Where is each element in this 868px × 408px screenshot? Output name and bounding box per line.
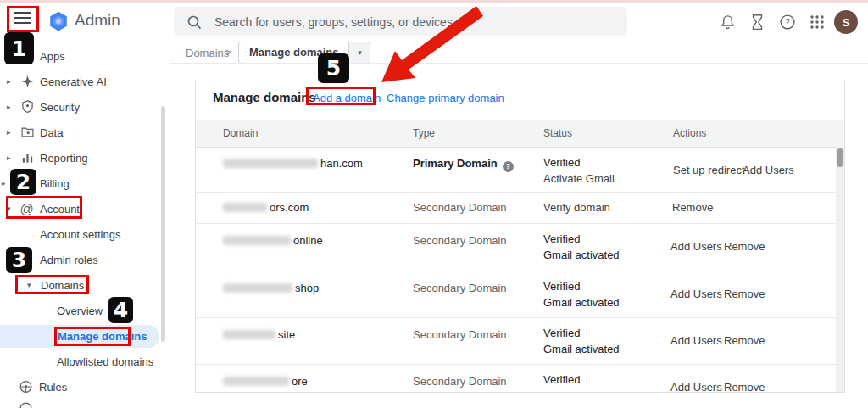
sidebar-item-rules[interactable]: Rules [0,374,170,400]
domain-cell: ors.com [223,201,309,214]
add-users-link[interactable]: Add Users [670,240,722,253]
caret-right-icon: ▸ [7,103,11,111]
add-users-link[interactable]: Add Users [670,288,722,300]
domain-cell: han.com [223,157,363,170]
sidebar-item-overview[interactable]: Overview [0,298,170,323]
table-row: ors.com Secondary Domain Verify domain R… [196,192,844,224]
search-bar[interactable] [174,7,627,36]
table-row: site Secondary Domain Verified Gmail act… [196,317,844,365]
table-row: ore Secondary Domain Verified Gmail acti… [196,364,844,393]
help-icon[interactable]: ? [503,161,514,172]
remove-link[interactable]: Remove [672,201,713,214]
sidebar-item-domains[interactable]: ▾ Domains [0,272,170,298]
change-primary-domain-link[interactable]: Change primary domain [387,92,504,104]
caret-right-icon: ▸ [7,128,11,137]
breadcrumb-current-chip[interactable]: Manage domains ▾ [238,42,370,64]
status-text-2: Gmail activated [543,389,620,393]
sidebar-item-reporting[interactable]: ▸ Reporting [0,145,170,170]
table-row: han.com Primary Domain? Verified Activat… [196,147,844,193]
status-text: Verified [543,373,580,386]
activate-gmail-link[interactable]: Activate Gmail [543,172,615,185]
caret-right-icon: ▸ [2,179,6,187]
table-row: online Secondary Domain Verified Gmail a… [196,223,844,271]
column-header-domain: Domain [223,127,258,139]
add-a-domain-link[interactable]: Add a domain [313,92,381,104]
redacted-domain [223,377,289,386]
domain-cell: site [223,328,295,341]
type-cell: Secondary Domain [413,375,507,388]
status-text: Verified [543,327,580,339]
sidebar-item-allowlisted-domains[interactable]: Allowlisted domains [0,349,170,374]
sparkle-icon [20,75,35,89]
type-cell: Secondary Domain [413,234,507,247]
wheel-icon [19,380,33,394]
chevron-down-icon[interactable]: ▾ [348,42,370,63]
sidebar-item-data[interactable]: ▸ Data [0,120,170,145]
caret-right-icon: ▸ [7,154,11,162]
help-icon[interactable]: ? [779,14,796,31]
remove-link[interactable]: Remove [724,288,765,300]
annotation-step-badge: 3 [6,247,32,273]
admin-console-screenshot: Admin ? S Apps ▸ Generative AI [0,0,868,408]
shield-icon [20,100,35,115]
column-header-type: Type [413,127,435,139]
search-input[interactable] [213,14,606,30]
set-up-redirect-link[interactable]: Set up redirect [673,164,745,176]
status-text: Verified [543,280,580,293]
status-text-2: Gmail activated [543,249,620,261]
sidebar-item-account[interactable]: ▾ @ Account [0,196,170,221]
type-cell: Secondary Domain [413,282,507,294]
status-text-2: Gmail activated [543,343,620,355]
redacted-domain [223,283,292,293]
annotation-step-badge: 1 [4,32,34,64]
domain-cell: shop [223,282,319,294]
redacted-domain [223,203,267,212]
bar-chart-icon [20,151,35,165]
table-scrollbar-thumb[interactable] [837,148,843,167]
sidebar-item-generative-ai[interactable]: ▸ Generative AI [0,69,170,94]
sidebar-item-security[interactable]: ▸ Security [0,94,170,120]
search-icon [186,14,203,31]
breadcrumb-divider [170,63,868,64]
status-text-2: Gmail activated [543,296,620,309]
type-cell: Primary Domain? [413,157,514,172]
add-users-link[interactable]: Add Users [670,381,722,393]
breadcrumb-separator: > [225,47,231,59]
type-cell: Secondary Domain [413,328,507,341]
table-header: Domain Type Status Actions [196,120,844,148]
verify-domain-link[interactable]: Verify domain [543,201,610,214]
google-admin-logo-icon [47,10,70,32]
sidebar-item-account-settings[interactable]: Account settings [0,221,170,247]
hamburger-menu-icon[interactable] [14,12,31,25]
status-text: Verified [543,232,580,245]
remove-link[interactable]: Remove [724,334,765,347]
caret-right-icon: ▸ [7,77,11,86]
table-scrollbar-track[interactable] [836,147,844,393]
column-header-actions: Actions [673,127,706,139]
breadcrumb-root[interactable]: Domains [186,47,229,59]
redacted-domain [223,330,275,339]
page-title: Manage domains [213,90,316,104]
remove-link[interactable]: Remove [724,240,765,253]
annotation-step-badge: 4 [108,297,133,323]
remove-link[interactable]: Remove [724,381,765,393]
table-row: shop Secondary Domain Verified Gmail act… [196,271,844,318]
domain-cell: ore [223,375,308,388]
annotation-step-badge: 5 [318,53,349,83]
redacted-domain [223,159,318,168]
domain-cell: online [223,234,323,247]
sidebar-scrollbar[interactable] [161,106,165,342]
caret-down-icon: ▾ [27,281,31,289]
sidebar-item-manage-domains[interactable]: Manage domains [0,323,170,349]
add-users-link[interactable]: Add Users [743,164,794,176]
product-title: Admin [75,11,120,30]
notifications-bell-icon[interactable] [720,14,736,31]
caret-down-icon: ▾ [7,204,11,213]
svg-text:?: ? [785,18,790,27]
type-cell: Secondary Domain [413,201,507,214]
tasks-hourglass-icon[interactable] [750,14,765,31]
add-users-link[interactable]: Add Users [670,334,722,347]
apps-grid-icon[interactable] [810,14,825,30]
annotation-step-badge: 2 [10,169,36,195]
account-avatar[interactable]: S [834,10,858,34]
